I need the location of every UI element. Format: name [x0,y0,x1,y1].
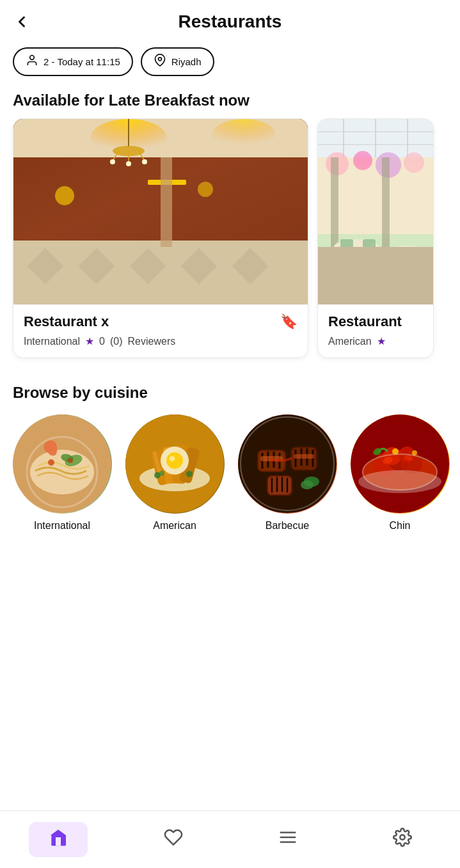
card-2-meta: American ★ [328,335,423,347]
restaurant-1-cuisine: International [24,336,80,347]
svg-rect-48 [382,157,390,247]
svg-point-32 [198,182,213,197]
svg-point-13 [110,159,115,164]
back-button[interactable] [13,13,31,31]
card-2-name-row: Restaurant [328,313,423,330]
card-1-name-row: Restaurant x 🔖 [24,313,297,330]
svg-point-70 [166,452,183,469]
restaurant-cards-row: Restaurant x 🔖 International ★ 0 (0) Rev… [0,118,460,371]
filter-bar: 2 - Today at 11:15 Riyadh [0,38,460,85]
cuisine-circle-american [125,414,225,514]
location-filter[interactable]: Riyadh [141,47,214,76]
svg-point-15 [142,159,147,164]
cuisine-circle-international [13,414,112,514]
bottom-navigation [0,810,460,868]
svg-rect-113 [56,837,61,846]
svg-point-75 [238,414,337,513]
cuisine-item-chinese[interactable]: Chin [345,414,454,532]
svg-point-112 [358,470,441,493]
cuisine-label-chinese: Chin [390,520,411,532]
page-title: Restaurants [178,12,282,32]
header: Restaurants [0,0,460,38]
guests-filter[interactable]: 2 - Today at 11:15 [13,47,133,76]
restaurant-card-1[interactable]: Restaurant x 🔖 International ★ 0 (0) Rev… [13,118,308,358]
cuisine-item-international[interactable]: International [8,414,116,532]
nav-menu[interactable] [259,823,317,856]
location-icon [154,54,166,70]
restaurant-2-name: Restaurant [328,313,402,330]
cuisine-title: Browse by cuisine [0,377,460,414]
nav-favorites[interactable] [145,823,202,856]
cuisine-label-barbecue: Barbecue [266,520,310,532]
cuisine-circle-chinese [351,414,450,514]
svg-point-117 [401,835,406,840]
restaurant-image-2 [318,119,433,304]
restaurant-image-1 [13,119,308,304]
guests-label: 2 - Today at 11:15 [44,56,120,67]
cuisine-item-barbecue[interactable]: Barbecue [233,414,342,532]
svg-rect-47 [331,157,338,247]
svg-point-44 [353,151,372,170]
gear-icon [393,828,412,851]
nav-home[interactable] [29,822,88,857]
cuisine-section: Browse by cuisine [0,371,460,551]
card-1-meta: International ★ 0 (0) Reviewers [24,335,297,347]
svg-rect-89 [294,454,314,459]
available-section: Available for Late Breakfast now [0,85,460,371]
restaurant-1-name: Restaurant x [24,313,109,330]
cuisine-label-international: International [34,520,90,532]
heart-icon [164,828,183,851]
star-icon-2: ★ [377,335,386,347]
svg-rect-25 [13,241,308,304]
svg-point-46 [404,152,424,173]
svg-point-73 [159,471,164,476]
restaurant-1-reviewers: Reviewers [128,336,176,347]
svg-point-98 [301,480,313,489]
svg-point-71 [170,456,175,461]
restaurant-card-2[interactable]: Restaurant American ★ [317,118,434,358]
location-label: Riyadh [171,56,202,67]
nav-settings[interactable] [374,823,431,856]
card-2-content: Restaurant American ★ [318,304,433,358]
svg-point-60 [68,458,73,463]
star-icon-1: ★ [85,335,94,347]
svg-point-1 [158,58,161,61]
cuisine-circle-barbecue [238,414,337,514]
bookmark-icon-1[interactable]: 🔖 [280,313,297,330]
available-title: Available for Late Breakfast now [0,85,460,118]
svg-point-74 [186,471,193,477]
restaurant-1-review-count: (0) [110,336,123,347]
home-icon [48,827,68,852]
cuisine-item-american[interactable]: American [120,414,229,532]
cuisine-label-american: American [153,520,196,532]
svg-point-31 [55,186,74,205]
svg-rect-34 [161,157,172,247]
svg-point-7 [212,119,276,151]
restaurant-1-rating: 0 [99,336,105,347]
svg-rect-53 [318,247,433,304]
restaurant-2-cuisine: American [328,336,372,347]
card-1-content: Restaurant x 🔖 International ★ 0 (0) Rev… [13,304,308,358]
svg-point-59 [48,459,54,466]
svg-point-14 [126,161,131,166]
person-icon [26,54,38,70]
list-icon [278,828,297,851]
cuisine-row: International [0,414,460,532]
svg-point-0 [30,56,35,60]
